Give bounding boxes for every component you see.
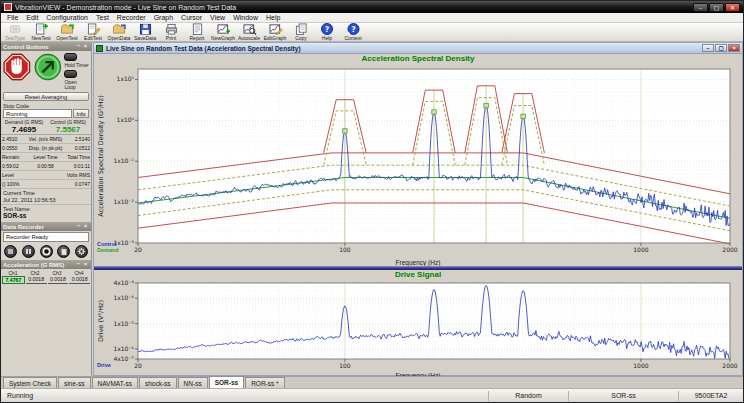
menu-graph[interactable]: Graph xyxy=(150,14,177,21)
drive-chart: Drive Signal 20100100020004x10⁻⁴1x10⁻⁴1x… xyxy=(94,270,742,379)
edit-graph-icon xyxy=(268,23,283,35)
menu-recorder[interactable]: Recorder xyxy=(113,14,150,21)
record-pause-button[interactable] xyxy=(22,245,35,258)
report-icon xyxy=(190,23,205,35)
asd-chart-title: Acceleration Spectral Density xyxy=(94,54,742,65)
autoscale-icon xyxy=(242,23,257,35)
channel-value-ch2[interactable]: 0.0018 xyxy=(26,276,47,284)
tab-ror-ss-[interactable]: ROR-ss * xyxy=(245,377,284,388)
open-loop-button[interactable] xyxy=(64,70,77,78)
record-settings-button[interactable] xyxy=(75,245,88,258)
asd-chart: Acceleration Spectral Density 2010010002… xyxy=(94,54,742,266)
record-new-file-button[interactable] xyxy=(57,245,70,258)
newtest-button[interactable]: NewTest xyxy=(28,23,54,41)
channel-names: Ch1Ch2Ch3Ch4 xyxy=(1,269,91,276)
reset-averaging-button[interactable]: Reset Averaging xyxy=(3,92,89,101)
metric-row: 0.0550Disp. (in pk-pk)0.0512 xyxy=(1,144,91,153)
graph-restore-button[interactable]: ▢ xyxy=(715,44,727,52)
minimize-button[interactable]: – xyxy=(693,3,708,12)
current-time-label: Current Time xyxy=(1,189,91,196)
accel-minimize-icon[interactable]: − xyxy=(75,261,82,268)
panel-close-icon[interactable]: × xyxy=(82,43,89,50)
autoscale-button[interactable]: Autoscale xyxy=(236,23,262,41)
metric-rows: 2.4510Vel. (in/s RMS)2.51400.0550Disp. (… xyxy=(1,135,91,189)
edit-test-icon xyxy=(86,23,101,35)
window-title: VibrationVIEW - Demonstration mode - Liv… xyxy=(15,4,693,11)
x-tick-label: 2000 xyxy=(722,246,737,253)
demand-value: 7.4695 xyxy=(2,125,46,134)
drive-plot[interactable]: 20100100020004x10⁻⁴1x10⁻⁴1x10⁻⁵1x10⁻⁶4x1… xyxy=(94,280,744,368)
metric-cell xyxy=(26,181,65,187)
asd-plot[interactable]: 20100100020001x10¹1x10⁰1x10⁻¹1x10⁻²1x10⁻… xyxy=(94,65,744,255)
menu-configuration[interactable]: Configuration xyxy=(42,14,92,21)
metric-cell: 2.4510 xyxy=(2,136,26,142)
new-graph-icon xyxy=(216,23,231,35)
savedata-label: SaveData xyxy=(134,36,156,41)
current-time-value: Jul 22, 2011 10:56:53 xyxy=(1,196,91,205)
menu-edit[interactable]: Edit xyxy=(22,14,42,21)
opendata-button[interactable]: OpenData xyxy=(106,23,132,41)
copy-label: Copy xyxy=(295,36,307,41)
menu-cursor[interactable]: Cursor xyxy=(177,14,206,21)
record-button[interactable] xyxy=(40,245,53,258)
metric-cell: Disp. (in pk-pk) xyxy=(26,145,65,151)
graph-window-titlebar[interactable]: Live Sine on Random Test Data (Accelerat… xyxy=(94,43,742,54)
y-tick-label: 4x10⁻⁷ xyxy=(113,355,134,362)
main-area: Control Buttons − × xyxy=(1,42,743,376)
tab-sor-ss[interactable]: SOR-ss xyxy=(209,376,244,388)
channel-value-ch1[interactable]: 7.4767 xyxy=(2,276,25,284)
menu-help[interactable]: Help xyxy=(262,14,284,21)
channel-value-ch4[interactable]: 0.0018 xyxy=(69,276,90,284)
record-stop-button[interactable] xyxy=(4,245,17,258)
sidebar: Control Buttons − × xyxy=(1,42,92,376)
help-button[interactable]: ?Help xyxy=(314,23,340,41)
graph-close-button[interactable]: × xyxy=(728,44,740,52)
menu-bar: FileEditConfigurationTestRecorderGraphCu… xyxy=(1,13,743,23)
savedata-button[interactable]: SaveData xyxy=(132,23,158,41)
drive-legend: Drive xyxy=(97,362,111,368)
tab-navmat-ss[interactable]: NAVMAT-ss xyxy=(92,377,138,388)
control-buttons-header: Control Buttons − × xyxy=(1,42,91,51)
print-button[interactable]: Print xyxy=(158,23,184,41)
open-loop-label: Open Loop xyxy=(64,80,89,90)
panel-minimize-icon[interactable]: − xyxy=(75,43,82,50)
recorder-minimize-icon[interactable]: − xyxy=(75,223,82,230)
menu-file[interactable]: File xyxy=(3,14,22,21)
graph-minimize-button[interactable]: – xyxy=(702,44,714,52)
menu-test[interactable]: Test xyxy=(92,14,113,21)
recorder-close-icon[interactable]: × xyxy=(82,223,89,230)
accel-close-icon[interactable]: × xyxy=(82,261,89,268)
metric-cell: () 100% xyxy=(2,181,26,187)
newgraph-button[interactable]: NewGraph xyxy=(210,23,236,41)
maximize-button[interactable]: ▢ xyxy=(709,3,724,12)
save-data-icon xyxy=(138,23,153,35)
menu-view[interactable]: View xyxy=(206,14,229,21)
help-label: Help xyxy=(322,36,332,41)
menu-window[interactable]: Window xyxy=(229,14,262,21)
test-name-label: Test Name: xyxy=(1,205,91,212)
close-button[interactable]: ✕ xyxy=(725,3,740,12)
copy-button[interactable]: Copy xyxy=(288,23,314,41)
editgraph-button[interactable]: EditGraph xyxy=(262,23,288,41)
info-button[interactable]: Info xyxy=(73,109,89,118)
report-label: Report xyxy=(189,36,204,41)
edittest-button[interactable]: EditTest xyxy=(80,23,106,41)
open-test-icon xyxy=(60,23,75,35)
vibrationview-window: VibrationVIEW - Demonstration mode - Liv… xyxy=(0,0,744,403)
metric-cell: 0:00:58 xyxy=(26,163,65,169)
hold-timer-button[interactable] xyxy=(64,53,77,61)
tab-shock-ss[interactable]: shock-ss xyxy=(139,377,177,388)
opentest-button[interactable]: OpenTest xyxy=(54,23,80,41)
tab-nn-ss[interactable]: NN-ss xyxy=(178,377,208,388)
y-tick-label: 1x10⁻⁶ xyxy=(113,345,134,352)
new-test-icon xyxy=(34,23,49,35)
run-button[interactable] xyxy=(34,53,62,81)
report-button[interactable]: Report xyxy=(184,23,210,41)
channel-value-ch3[interactable]: 0.0018 xyxy=(48,276,69,284)
app-icon xyxy=(4,3,12,11)
context-button[interactable]: ?Context xyxy=(340,23,366,41)
x-tick-label: 1000 xyxy=(633,362,648,368)
tab-system-check[interactable]: System Check xyxy=(3,377,57,388)
tab-sine-ss[interactable]: sine-ss xyxy=(58,377,91,388)
stop-button[interactable] xyxy=(3,53,31,81)
